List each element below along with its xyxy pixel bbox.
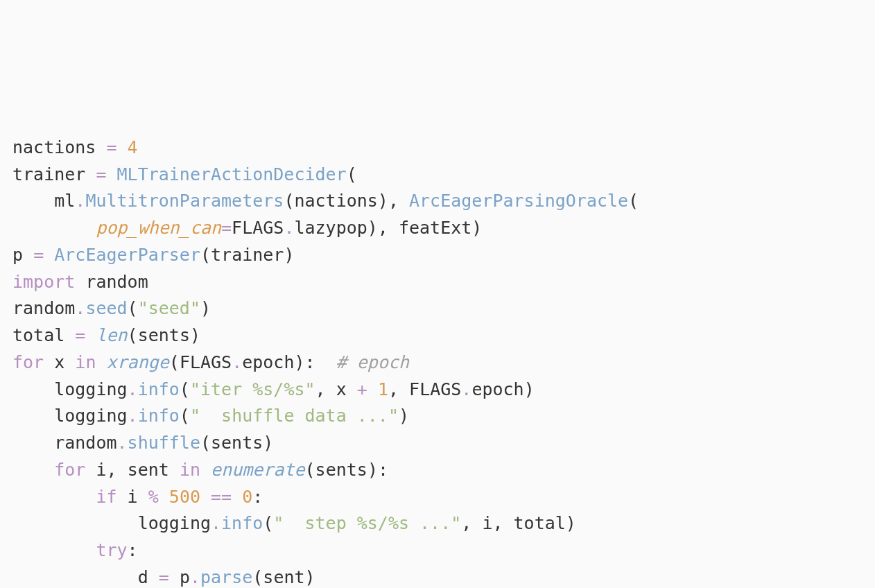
code-line: logging.info("iter %s/%s", x + 1, FLAGS.… bbox=[12, 379, 535, 399]
code-line: try: bbox=[12, 540, 138, 560]
code-line: nactions = 4 bbox=[12, 137, 138, 157]
code-line: for i, sent in enumerate(sents): bbox=[12, 460, 388, 480]
code-line: trainer = MLTrainerActionDecider( bbox=[12, 164, 357, 184]
code-line: p = ArcEagerParser(trainer) bbox=[12, 245, 294, 265]
code-editor[interactable]: nactions = 4 trainer = MLTrainerActionDe… bbox=[0, 107, 875, 588]
code-line: d = p.parse(sent) bbox=[12, 567, 315, 587]
code-line: logging.info(" step %s/%s ...", i, total… bbox=[12, 513, 576, 533]
code-line: pop_when_can=FLAGS.lazypop), featExt) bbox=[12, 218, 482, 238]
code-line: random.shuffle(sents) bbox=[12, 433, 273, 453]
code-line: ml.MultitronParameters(nactions), ArcEag… bbox=[12, 191, 639, 211]
code-line: import random bbox=[12, 272, 148, 292]
code-line: for x in xrange(FLAGS.epoch): # epoch bbox=[12, 352, 409, 372]
code-line: random.seed("seed") bbox=[12, 298, 211, 318]
code-line: logging.info(" shuffle data ...") bbox=[12, 406, 409, 426]
code-line: if i % 500 == 0: bbox=[12, 487, 263, 507]
code-line: total = len(sents) bbox=[12, 325, 200, 345]
